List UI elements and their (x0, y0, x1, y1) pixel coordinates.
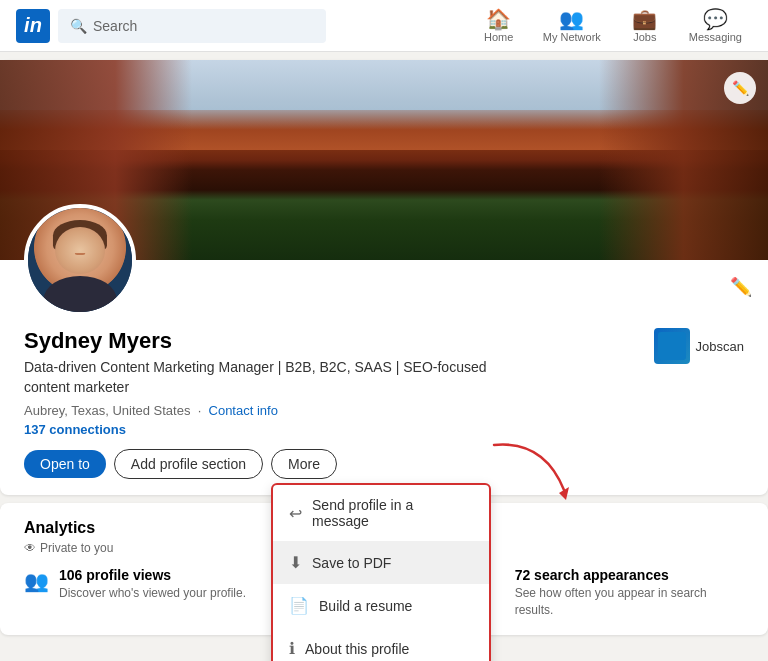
search-bar[interactable]: 🔍 Search (58, 9, 326, 43)
cover-edit-button[interactable]: ✏️ (724, 72, 756, 104)
more-dropdown-container: More ↩ Send profile in a message ⬇ Save … (271, 449, 337, 479)
nav-jobs-label: Jobs (633, 31, 656, 43)
dropdown-about-profile[interactable]: ℹ About this profile (273, 627, 489, 661)
network-icon: 👥 (559, 9, 584, 29)
search-input[interactable]: Search (93, 18, 137, 34)
build-resume-icon: 📄 (289, 596, 309, 615)
svg-rect-0 (658, 332, 686, 360)
nav-home[interactable]: 🏠 Home (469, 3, 529, 49)
profile-location: Aubrey, Texas, United States · Contact i… (24, 403, 504, 418)
dropdown-build-resume-label: Build a resume (319, 598, 412, 614)
send-profile-icon: ↩ (289, 504, 302, 523)
action-buttons: Open to Add profile section More ↩ Send … (24, 449, 744, 479)
dropdown-about-profile-label: About this profile (305, 641, 409, 657)
avatar-smile (75, 251, 86, 255)
jobs-icon: 💼 (632, 9, 657, 29)
save-pdf-icon: ⬇ (289, 553, 302, 572)
nav-home-label: Home (484, 31, 513, 43)
profile-views-count: 106 profile views (59, 567, 246, 583)
dropdown-send-profile[interactable]: ↩ Send profile in a message (273, 485, 489, 541)
edit-pencil-icon: ✏️ (730, 277, 752, 297)
dropdown-menu: ↩ Send profile in a message ⬇ Save to PD… (271, 483, 491, 661)
profile-details: Sydney Myers Data-driven Content Marketi… (24, 328, 504, 437)
home-icon: 🏠 (486, 9, 511, 29)
nav-jobs[interactable]: 💼 Jobs (615, 3, 675, 49)
analytics-search-appearances[interactable]: 72 search appearances See how often you … (515, 567, 744, 619)
jobscan-logo-svg: J (658, 332, 686, 360)
profile-edit-button[interactable]: ✏️ (730, 276, 752, 298)
navbar: in 🔍 Search 🏠 Home 👥 My Network 💼 Jobs 💬… (0, 0, 768, 52)
avatar-body (44, 276, 117, 312)
analytics-profile-views[interactable]: 👥 106 profile views Discover who's viewe… (24, 567, 253, 619)
svg-rect-1 (662, 336, 682, 356)
profile-views-desc: Discover who's viewed your profile. (59, 585, 246, 602)
messaging-icon: 💬 (703, 9, 728, 29)
company-logo: J (654, 328, 690, 364)
contact-info-link[interactable]: Contact info (209, 403, 278, 418)
profile-views-icon: 👥 (24, 569, 49, 593)
profile-info: ✏️ Sydney Myers Data-driven Content Mark… (0, 260, 768, 495)
profile-headline: Data-driven Content Marketing Manager | … (24, 358, 504, 397)
profile-card: ✏️ ✏️ Sydney Myers (0, 60, 768, 495)
pencil-icon: ✏️ (732, 80, 749, 96)
dropdown-save-pdf[interactable]: ⬇ Save to PDF (273, 541, 489, 584)
profile-top-row: Sydney Myers Data-driven Content Marketi… (24, 260, 744, 437)
avatar-image (28, 208, 132, 312)
nav-messaging-label: Messaging (689, 31, 742, 43)
search-icon: 🔍 (70, 18, 87, 34)
open-to-button[interactable]: Open to (24, 450, 106, 478)
company-name: Jobscan (696, 339, 744, 354)
add-section-button[interactable]: Add profile section (114, 449, 263, 479)
avatar-face (55, 227, 105, 274)
nav-network[interactable]: 👥 My Network (533, 3, 611, 49)
connections-count[interactable]: 137 connections (24, 422, 504, 437)
eye-icon: 👁 (24, 541, 36, 555)
dropdown-build-resume[interactable]: 📄 Build a resume (273, 584, 489, 627)
avatar (24, 204, 136, 316)
company-badge: J Jobscan (654, 328, 744, 364)
nav-network-label: My Network (543, 31, 601, 43)
nav-items: 🏠 Home 👥 My Network 💼 Jobs 💬 Messaging (469, 3, 752, 49)
more-button[interactable]: More (271, 449, 337, 479)
linkedin-logo[interactable]: in (16, 9, 50, 43)
svg-text:J: J (669, 343, 673, 352)
main-content: ✏️ ✏️ Sydney Myers (0, 52, 768, 643)
search-appearances-count: 72 search appearances (515, 567, 744, 583)
about-profile-icon: ℹ (289, 639, 295, 658)
nav-messaging[interactable]: 💬 Messaging (679, 3, 752, 49)
svg-marker-3 (559, 487, 569, 500)
profile-name: Sydney Myers (24, 328, 504, 354)
search-appearances-desc: See how often you appear in search resul… (515, 585, 744, 619)
dropdown-send-profile-label: Send profile in a message (312, 497, 473, 529)
dropdown-save-pdf-label: Save to PDF (312, 555, 391, 571)
